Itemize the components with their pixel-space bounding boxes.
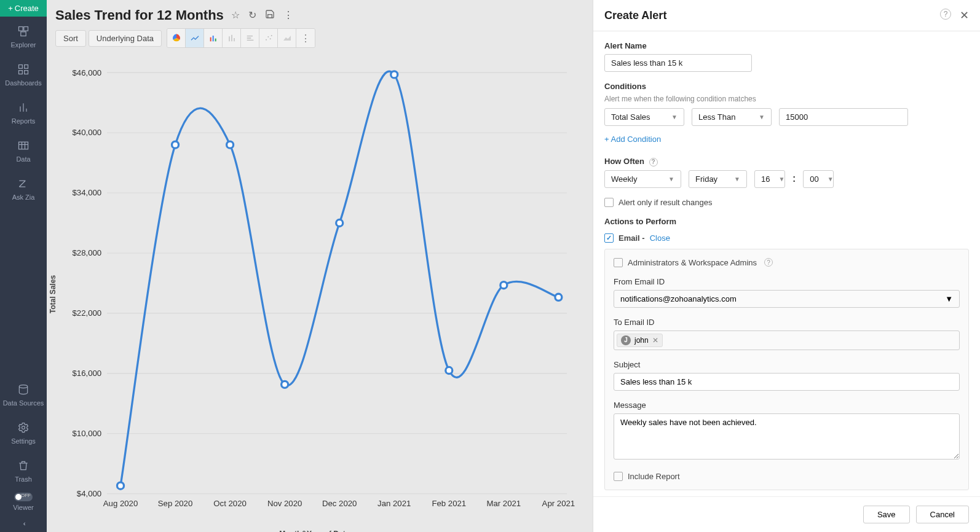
message-label: Message: [614, 401, 960, 410]
svg-point-27: [269, 38, 271, 39]
svg-point-15: [22, 426, 25, 429]
more-icon[interactable]: ⋮: [283, 9, 293, 22]
reports-icon: [17, 101, 30, 114]
sidebar-item-explorer[interactable]: Explorer: [0, 17, 47, 55]
panel-title: Create Alert: [604, 9, 666, 22]
select-value: 00: [810, 174, 818, 184]
viewer-toggle[interactable]: OFF: [14, 493, 33, 501]
frequency-select[interactable]: Weekly ▼: [604, 170, 681, 188]
svg-rect-17: [212, 36, 213, 41]
chart-type-area[interactable]: [278, 29, 296, 47]
refresh-icon[interactable]: ↻: [248, 9, 256, 22]
x-axis-label-row[interactable]: Month&Year of Date ▼: [47, 527, 593, 532]
chart-type-more[interactable]: ⋮: [296, 29, 315, 47]
help-icon[interactable]: ?: [764, 258, 773, 267]
hour-select[interactable]: 16 ▼: [754, 170, 785, 188]
chevron-down-icon: ▼: [734, 176, 740, 182]
condition-field-select[interactable]: Total Sales ▼: [604, 108, 684, 126]
svg-text:$4,000: $4,000: [77, 489, 101, 498]
svg-rect-4: [25, 65, 28, 69]
include-report-checkbox[interactable]: [614, 472, 623, 481]
sort-button[interactable]: Sort: [55, 30, 86, 47]
chevron-down-icon: ▼: [778, 176, 784, 182]
sidebar: + Create Explorer Dashboards Reports Dat…: [0, 0, 47, 532]
create-button[interactable]: + Create: [0, 0, 47, 17]
remove-tag-icon[interactable]: ✕: [652, 336, 658, 345]
sidebar-item-settings[interactable]: Settings: [0, 413, 47, 451]
svg-text:$28,000: $28,000: [73, 248, 102, 257]
email-checkbox[interactable]: [604, 233, 614, 243]
chart-type-scatter[interactable]: [259, 29, 278, 47]
sidebar-item-dashboards[interactable]: Dashboards: [0, 55, 47, 93]
star-icon[interactable]: ☆: [231, 9, 240, 22]
cancel-button[interactable]: Cancel: [916, 506, 969, 523]
from-email-value: notifications@zohoanalytics.com: [620, 294, 737, 303]
x-axis-label: Month&Year of Date: [279, 530, 349, 532]
create-alert-panel: Create Alert ? ✕ Alert Name Conditions A…: [593, 0, 980, 532]
svg-rect-0: [19, 27, 23, 31]
select-value: Total Sales: [611, 112, 650, 122]
sidebar-label: Dashboards: [5, 79, 41, 87]
conditions-label: Conditions: [604, 82, 969, 91]
svg-text:Apr 2021: Apr 2021: [542, 499, 575, 508]
email-settings-box: Administrators & Workspace Admins ? From…: [604, 249, 969, 490]
chart-type-line[interactable]: [186, 29, 204, 47]
svg-point-26: [267, 36, 269, 37]
add-condition-link[interactable]: + Add Condition: [604, 135, 661, 144]
chart-type-bar[interactable]: [204, 29, 223, 47]
close-icon[interactable]: ✕: [960, 9, 969, 22]
sidebar-label: Trash: [15, 475, 32, 483]
alert-name-input[interactable]: [604, 54, 752, 72]
svg-text:Mar 2021: Mar 2021: [486, 499, 521, 508]
svg-text:$22,000: $22,000: [73, 308, 102, 318]
svg-point-61: [500, 282, 507, 289]
sidebar-item-askzia[interactable]: Ask Zia: [0, 169, 47, 207]
minute-select[interactable]: 00 ▼: [803, 170, 834, 188]
sidebar-label: Explorer: [11, 41, 36, 49]
y-axis-label: Total Sales: [49, 275, 57, 313]
sidebar-label: Ask Zia: [12, 194, 35, 201]
actions-label: Actions to Perform: [604, 217, 969, 226]
chart-type-stacked-bar[interactable]: [223, 29, 241, 47]
bar-chart-icon: [208, 33, 218, 43]
svg-text:Nov 2020: Nov 2020: [267, 499, 302, 508]
svg-rect-5: [19, 71, 23, 74]
svg-text:Sep 2020: Sep 2020: [158, 499, 192, 508]
chart-type-hbar[interactable]: [241, 29, 259, 47]
condition-operator-select[interactable]: Less Than ▼: [692, 108, 772, 126]
sidebar-item-data-sources[interactable]: Data Sources: [0, 375, 47, 413]
to-email-input[interactable]: J john ✕: [614, 331, 960, 350]
alert-only-checkbox[interactable]: [604, 198, 614, 207]
svg-text:$10,000: $10,000: [73, 429, 102, 438]
save-icon[interactable]: [265, 9, 275, 22]
panel-body: Alert Name Conditions Alert me when the …: [593, 31, 980, 496]
svg-rect-6: [25, 71, 28, 74]
svg-point-28: [271, 35, 272, 36]
alert-only-label: Alert only if result changes: [618, 198, 712, 207]
sidebar-item-data[interactable]: Data: [0, 131, 47, 169]
page-title: Sales Trend for 12 Months: [55, 7, 224, 23]
sidebar-item-reports[interactable]: Reports: [0, 93, 47, 131]
sidebar-collapse[interactable]: ‹‹: [0, 515, 47, 532]
include-report-label: Include Report: [628, 472, 680, 481]
viewer-label: Viewer: [13, 504, 33, 511]
message-textarea[interactable]: [614, 413, 960, 460]
sidebar-label: Data Sources: [3, 399, 44, 407]
save-button[interactable]: Save: [863, 506, 910, 523]
condition-value-input[interactable]: [779, 108, 908, 126]
email-close-link[interactable]: Close: [650, 233, 670, 243]
from-email-select[interactable]: notifications@zohoanalytics.com ▼: [614, 290, 960, 308]
svg-rect-10: [19, 142, 28, 149]
svg-text:Feb 2021: Feb 2021: [432, 499, 466, 508]
admins-checkbox[interactable]: [614, 258, 623, 267]
sidebar-item-trash[interactable]: Trash: [0, 451, 47, 489]
subject-input[interactable]: [614, 373, 960, 391]
title-bar: Sales Trend for 12 Months ☆ ↻ ⋮: [47, 0, 593, 28]
day-select[interactable]: Friday ▼: [689, 170, 747, 188]
how-often-label: How Often ?: [604, 157, 969, 166]
data-sources-icon: [17, 383, 30, 396]
help-icon[interactable]: ?: [649, 158, 658, 166]
help-icon[interactable]: ?: [940, 9, 951, 20]
underlying-data-button[interactable]: Underlying Data: [89, 30, 162, 47]
chart-type-pie[interactable]: [167, 29, 186, 47]
